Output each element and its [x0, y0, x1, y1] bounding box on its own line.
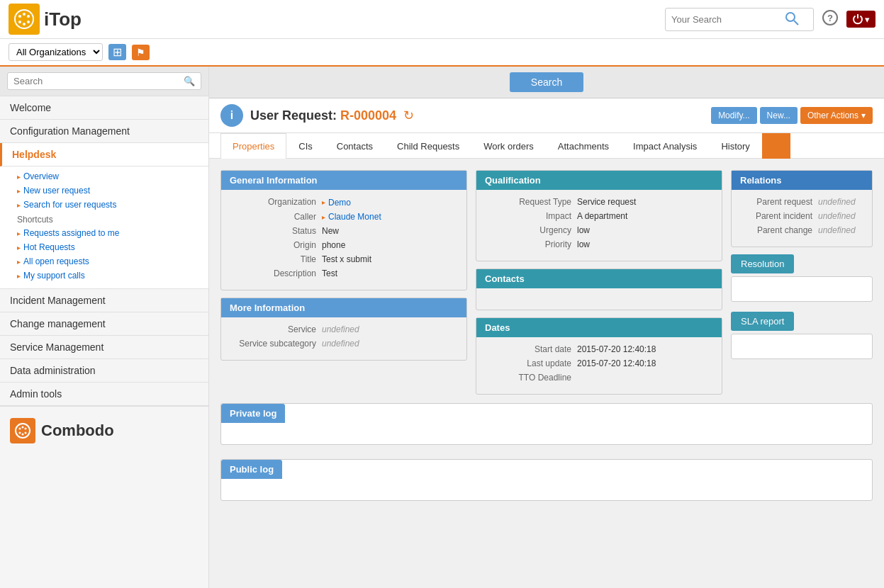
- caller-value[interactable]: Claude Monet: [322, 212, 381, 222]
- logo-icon: [9, 4, 40, 35]
- tab-properties[interactable]: Properties: [220, 133, 286, 159]
- field-origin: Origin phone: [230, 240, 458, 250]
- search-input[interactable]: [671, 14, 785, 25]
- refresh-icon[interactable]: ↻: [403, 108, 414, 123]
- top-panels-row: General Information Organization Demo Ca…: [220, 170, 873, 395]
- dates-header: Dates: [476, 318, 722, 337]
- tab-history[interactable]: History: [709, 133, 761, 159]
- svg-point-14: [25, 428, 27, 430]
- field-caller: Caller Claude Monet: [230, 212, 458, 222]
- service-subcat-value: undefined: [322, 339, 359, 349]
- origin-value: phone: [322, 240, 345, 250]
- field-organization: Organization Demo: [230, 197, 458, 208]
- contacts-panel: Contacts: [476, 268, 722, 310]
- combodo-logo-icon: [10, 418, 35, 443]
- svg-point-6: [27, 21, 30, 23]
- help-button[interactable]: ?: [819, 7, 841, 32]
- svg-line-8: [794, 21, 798, 25]
- parent-change-label: Parent change: [740, 225, 818, 235]
- field-priority: Priority low: [485, 239, 713, 249]
- modify-button[interactable]: Modify...: [711, 107, 756, 124]
- sidebar-item-admin-tools[interactable]: Admin tools: [0, 383, 208, 406]
- sidebar-item-data-admin[interactable]: Data administration: [0, 359, 208, 383]
- sidebar-sub-hot-requests[interactable]: Hot Requests: [0, 240, 208, 254]
- more-info-panel: More Information Service undefined Servi…: [220, 298, 467, 361]
- private-log-body: [221, 423, 872, 444]
- field-start-date: Start date 2015-07-20 12:40:18: [485, 344, 713, 354]
- org-selector[interactable]: All Organizations: [9, 43, 103, 61]
- urgency-label: Urgency: [485, 225, 577, 235]
- tab-cis[interactable]: CIs: [286, 133, 325, 159]
- tab-work-orders[interactable]: Work orders: [471, 133, 546, 159]
- sidebar-sub-overview[interactable]: Overview: [0, 169, 208, 183]
- private-log-header: Private log: [221, 404, 285, 423]
- tab-impact-analysis[interactable]: Impact Analysis: [621, 133, 709, 159]
- dates-body: Start date 2015-07-20 12:40:18 Last upda…: [476, 337, 722, 394]
- bookmark-button[interactable]: ⚑: [132, 45, 150, 60]
- svg-text:?: ?: [827, 13, 833, 23]
- sidebar-sub-new-user-request[interactable]: New user request: [0, 183, 208, 198]
- sidebar-sub-assigned-to-me[interactable]: Requests assigned to me: [0, 226, 208, 240]
- tab-child-requests[interactable]: Child Requests: [385, 133, 471, 159]
- description-label: Description: [230, 268, 322, 278]
- tab-extra[interactable]: [762, 133, 790, 159]
- other-actions-button[interactable]: Other Actions ▾: [800, 107, 873, 124]
- sidebar-combodo-logo: Combodo: [0, 406, 208, 455]
- search-submit-icon[interactable]: [785, 11, 799, 28]
- new-button[interactable]: New...: [760, 107, 798, 124]
- sidebar-item-helpdesk[interactable]: Helpdesk: [0, 143, 208, 166]
- sidebar-item-service-mgmt[interactable]: Service Management: [0, 336, 208, 359]
- urgency-value: low: [577, 225, 590, 235]
- contacts-header: Contacts: [476, 269, 722, 288]
- tto-deadline-label: TTO Deadline: [485, 373, 577, 383]
- relations-body: Parent request undefined Parent incident…: [732, 190, 872, 247]
- title-label: Title: [230, 254, 322, 264]
- right-column: Relations Parent request undefined Paren…: [731, 170, 873, 362]
- org-add-button[interactable]: ⊞: [108, 44, 126, 60]
- tab-attachments[interactable]: Attachments: [546, 133, 621, 159]
- public-log-section: Public log: [220, 459, 873, 501]
- content-search-button[interactable]: Search: [510, 72, 583, 92]
- sidebar-sub-my-support-calls[interactable]: My support calls: [0, 268, 208, 283]
- resolution-button[interactable]: Resolution: [731, 254, 794, 273]
- svg-point-1: [18, 15, 21, 18]
- info-icon: i: [220, 104, 243, 127]
- request-type-label: Request Type: [485, 197, 577, 207]
- power-button[interactable]: ▾: [846, 11, 875, 28]
- last-update-value: 2015-07-20 12:40:18: [577, 358, 656, 368]
- sidebar-item-welcome[interactable]: Welcome: [0, 96, 208, 120]
- sla-report-button[interactable]: SLA report: [731, 312, 794, 331]
- origin-label: Origin: [230, 240, 322, 250]
- field-service-subcategory: Service subcategory undefined: [230, 339, 458, 349]
- public-log-header: Public log: [221, 460, 282, 479]
- field-service: Service undefined: [230, 324, 458, 334]
- svg-point-15: [19, 432, 21, 434]
- description-value: Test: [322, 268, 337, 278]
- more-info-header: More Information: [221, 298, 466, 317]
- content-area: Search i User Request: R-000004 ↻ Modify…: [209, 67, 884, 588]
- sidebar-sub-all-open-requests[interactable]: All open requests: [0, 254, 208, 268]
- field-description: Description Test: [230, 268, 458, 278]
- qualification-body: Request Type Service request Impact A de…: [476, 190, 722, 261]
- general-info-header: General Information: [221, 171, 466, 190]
- sidebar-search-input[interactable]: [13, 76, 184, 86]
- content-search-bar: Search: [209, 67, 884, 98]
- field-urgency: Urgency low: [485, 225, 713, 235]
- field-parent-request: Parent request undefined: [740, 197, 863, 207]
- field-title: Title Test x submit: [230, 254, 458, 264]
- org-value[interactable]: Demo: [322, 198, 351, 208]
- sidebar-item-change-mgmt[interactable]: Change management: [0, 312, 208, 336]
- other-actions-chevron: ▾: [861, 111, 866, 120]
- sidebar-item-config-mgmt[interactable]: Configuration Management: [0, 120, 208, 143]
- shortcuts-label: Shortcuts: [0, 212, 208, 226]
- sidebar-sub-search-user-requests[interactable]: Search for user requests: [0, 198, 208, 212]
- svg-point-16: [22, 434, 24, 436]
- start-date-value: 2015-07-20 12:40:18: [577, 344, 656, 354]
- tab-contacts[interactable]: Contacts: [325, 133, 385, 159]
- content-header: i User Request: R-000004 ↻ Modify... New…: [209, 98, 884, 133]
- parent-request-value: undefined: [818, 197, 856, 207]
- sidebar-item-incident-mgmt[interactable]: Incident Management: [0, 289, 208, 312]
- title-value: Test x submit: [322, 254, 371, 264]
- parent-incident-value: undefined: [818, 211, 856, 221]
- status-label: Status: [230, 226, 322, 236]
